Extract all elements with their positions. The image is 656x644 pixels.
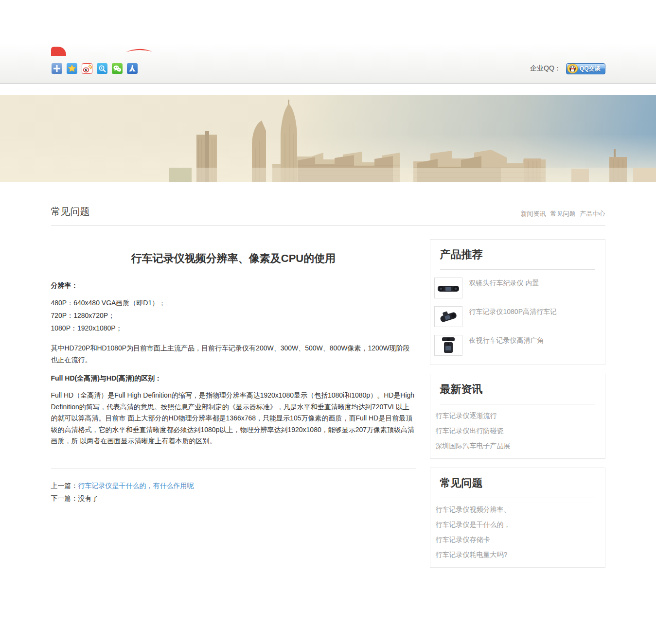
dashcam-dual-lens-image bbox=[437, 281, 460, 296]
article-paragraph: Full HD（全高清）是Full High Definition的缩写，是指物… bbox=[51, 390, 416, 447]
product-item[interactable]: 双镜头行车纪录仪 内置 bbox=[440, 278, 595, 298]
crumb-link-faq[interactable]: 常见问题 bbox=[550, 209, 576, 218]
article-label-fullhd: Full HD(全高清)与HD(高清)的区别： bbox=[51, 374, 416, 383]
dashcam-night-vision-image bbox=[440, 336, 457, 355]
dashcam-1080p-image bbox=[437, 309, 460, 325]
hero-banner bbox=[0, 95, 656, 182]
breadcrumb: 常见问题 新闻资讯 常见问题 产品中心 bbox=[51, 205, 605, 226]
faq-link[interactable]: 行车记录仪存储卡 bbox=[436, 536, 595, 543]
product-thumbnail bbox=[434, 306, 462, 327]
article-pagination: 上一篇：行车记录仪是干什么的，有什么作用呢 下一篇：没有了 bbox=[51, 469, 416, 505]
news-link[interactable]: 行车记录仪逐渐流行 bbox=[436, 412, 595, 419]
sidebar-box-latest-news: 最新资讯 行车记录仪逐渐流行 行车记录仪出行防碰瓷 深圳国际汽车电子产品展 bbox=[430, 374, 605, 459]
spec-line: 720P：1280x720P； bbox=[51, 309, 416, 322]
product-name: 夜视行车记录仪高清广角 bbox=[469, 335, 544, 356]
crumb-link-products[interactable]: 产品中心 bbox=[580, 209, 605, 218]
faq-link[interactable]: 行车记录仪是干什么的， bbox=[436, 521, 595, 528]
sidebar-box-title: 产品推荐 bbox=[440, 247, 595, 270]
site-header: 企业QQ： QQ交谈 bbox=[0, 0, 656, 84]
news-link[interactable]: 深圳国际汽车电子产品展 bbox=[436, 442, 595, 450]
product-name: 双镜头行车纪录仪 内置 bbox=[469, 278, 539, 298]
crumb-link-news[interactable]: 新闻资讯 bbox=[521, 209, 546, 218]
prev-post-label: 上一篇： bbox=[51, 482, 78, 489]
qq-penguin-icon bbox=[567, 63, 579, 74]
qzone-icon[interactable] bbox=[67, 63, 77, 74]
resolution-spec-list: 480P：640x480 VGA画质（即D1）； 720P：1280x720P；… bbox=[51, 296, 416, 334]
spec-line: 480P：640x480 VGA画质（即D1）； bbox=[51, 296, 416, 309]
product-name: 行车记录仪1080P高清行车记 bbox=[469, 306, 557, 327]
sidebar-box-title: 最新资讯 bbox=[440, 382, 595, 404]
dedecms-logo-icon bbox=[48, 47, 155, 56]
news-link[interactable]: 行车记录仪出行防碰瓷 bbox=[436, 427, 595, 435]
page-title: 常见问题 bbox=[51, 205, 90, 218]
product-item[interactable]: 夜视行车记录仪高清广角 bbox=[440, 335, 595, 356]
article-paragraph: 其中HD720P和HD1080P为目前市面上主流产品，目前行车记录仪有200W、… bbox=[51, 342, 416, 366]
qq-chat-button[interactable]: QQ交谈 bbox=[566, 63, 605, 74]
enterprise-qq-label: 企业QQ： bbox=[530, 64, 561, 73]
share-plus-icon[interactable] bbox=[52, 63, 62, 74]
tencent-weibo-icon[interactable] bbox=[97, 63, 107, 74]
article-title: 行车记录仪视频分辨率、像素及CPU的使用 bbox=[51, 251, 416, 266]
wechat-icon[interactable] bbox=[112, 63, 123, 74]
product-thumbnail bbox=[434, 278, 462, 298]
qq-chat-button-label: QQ交谈 bbox=[580, 65, 601, 73]
product-thumbnail bbox=[434, 335, 462, 356]
sidebar: 产品推荐 双镜头行车纪录仪 内置 bbox=[430, 239, 605, 576]
faq-link[interactable]: 行车记录仪耗电量大吗? bbox=[436, 551, 595, 558]
prev-post-link[interactable]: 行车记录仪是干什么的，有什么作用呢 bbox=[78, 482, 194, 489]
sidebar-box-title: 常见问题 bbox=[440, 476, 595, 498]
article: 行车记录仪视频分辨率、像素及CPU的使用 分辨率： 480P：640x480 V… bbox=[51, 239, 416, 576]
sina-weibo-icon[interactable] bbox=[82, 63, 92, 74]
sidebar-box-recommended-products: 产品推荐 双镜头行车纪录仪 内置 bbox=[430, 239, 605, 365]
spec-line: 1080P：1920x1080P； bbox=[51, 322, 416, 334]
dedecms-logo[interactable] bbox=[48, 47, 155, 56]
city-skyline-illustration bbox=[0, 95, 656, 182]
article-label-resolution: 分辨率： bbox=[51, 281, 416, 290]
next-post-text: 没有了 bbox=[78, 494, 99, 502]
faq-link[interactable]: 行车记录仪视频分辨率、 bbox=[436, 506, 595, 513]
renren-icon[interactable] bbox=[127, 63, 138, 74]
share-toolbar bbox=[52, 63, 138, 74]
product-item[interactable]: 行车记录仪1080P高清行车记 bbox=[440, 306, 595, 327]
sidebar-box-faq: 常见问题 行车记录仪视频分辨率、 行车记录仪是干什么的， 行车记录仪存储卡 行车… bbox=[430, 468, 605, 568]
next-post-label: 下一篇： bbox=[51, 494, 78, 502]
